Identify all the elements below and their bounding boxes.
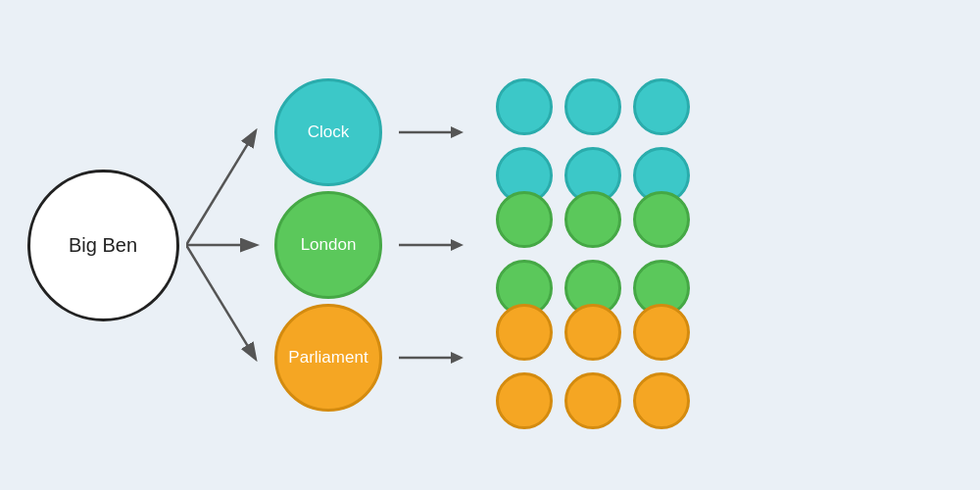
big-ben-column: Big Ben <box>20 170 186 321</box>
svg-line-2 <box>186 245 255 358</box>
dot-london-2 <box>564 191 621 248</box>
big-ben-label: Big Ben <box>69 234 137 257</box>
dot-parliament-3 <box>633 304 690 361</box>
dot-parliament-2 <box>564 304 621 361</box>
parliament-node: Parliament <box>274 304 382 412</box>
svg-marker-6 <box>451 239 464 251</box>
arrow-london <box>397 191 466 299</box>
parliament-dots <box>496 304 690 412</box>
london-node: London <box>274 191 382 299</box>
parliament-label: Parliament <box>288 348 368 368</box>
dot-parliament-4 <box>496 372 553 429</box>
london-label: London <box>301 235 357 255</box>
dot-london-1 <box>496 191 553 248</box>
arrow-london-svg <box>397 233 466 257</box>
arrow-parliament-svg <box>397 346 466 369</box>
arrow-parliament <box>397 304 466 412</box>
dot-clock-3 <box>633 78 690 135</box>
dot-clock-2 <box>564 78 621 135</box>
dot-parliament-1 <box>496 304 553 361</box>
arrows-col <box>392 78 470 412</box>
clock-dots <box>496 78 690 186</box>
lines-svg <box>186 78 265 412</box>
arrow-clock-svg <box>397 121 466 144</box>
london-dots <box>496 191 690 299</box>
dots-column <box>470 78 715 412</box>
big-ben-node: Big Ben <box>27 170 179 321</box>
middle-nodes: Clock London Parliament <box>265 78 392 412</box>
svg-line-0 <box>186 132 255 245</box>
dot-clock-1 <box>496 78 553 135</box>
arrow-clock <box>397 78 466 186</box>
dot-london-3 <box>633 191 690 248</box>
dot-parliament-6 <box>633 372 690 429</box>
clock-node: Clock <box>274 78 382 186</box>
svg-marker-4 <box>451 126 464 138</box>
connector-lines <box>186 78 265 412</box>
clock-label: Clock <box>308 122 350 142</box>
svg-marker-8 <box>451 352 464 364</box>
dot-parliament-5 <box>564 372 621 429</box>
diagram: Big Ben Clock <box>20 20 960 470</box>
